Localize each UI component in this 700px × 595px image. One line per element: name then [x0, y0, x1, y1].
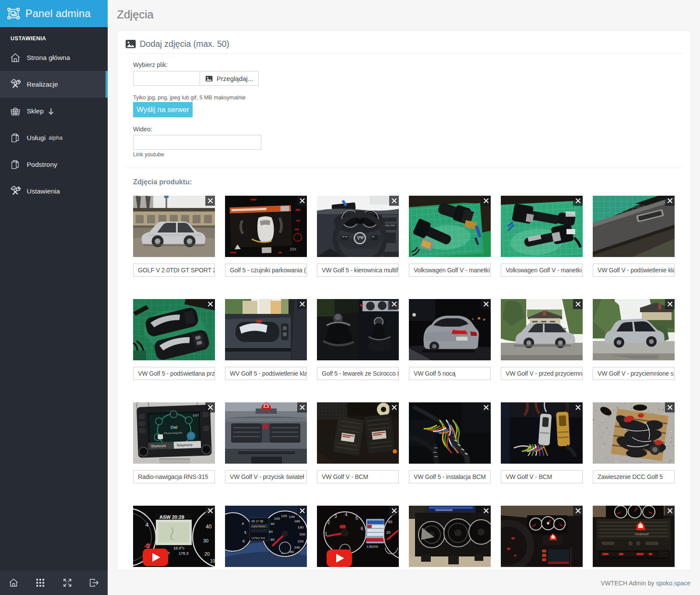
svg-text:137922 563: 137922 563: [251, 537, 265, 539]
svg-text:45 17:38: 45 17:38: [251, 520, 263, 523]
svg-text:240: 240: [294, 546, 300, 549]
svg-text:4: 4: [242, 521, 244, 526]
svg-text:60: 60: [269, 530, 273, 534]
svg-text:3: 3: [334, 514, 337, 519]
svg-text:220: 220: [298, 539, 304, 543]
svg-text:4: 4: [145, 521, 148, 528]
svg-text:Telephone: Telephone: [176, 443, 193, 447]
svg-text:20: 20: [204, 551, 210, 556]
svg-text:80: 80: [271, 538, 274, 542]
svg-text:10: 10: [210, 559, 215, 563]
svg-text:180: 180: [298, 525, 304, 529]
svg-text:ASW 20:28: ASW 20:28: [159, 514, 184, 520]
svg-text:6: 6: [361, 526, 363, 531]
svg-text:Shortcuts: Shortcuts: [151, 444, 166, 448]
svg-text:0:07: 0:07: [193, 414, 199, 417]
svg-text:5: 5: [355, 516, 358, 521]
svg-text:30: 30: [203, 538, 208, 543]
svg-text:2: 2: [327, 520, 330, 525]
svg-text:160: 160: [294, 519, 300, 523]
svg-text:Lane Assist: Lane Assist: [252, 525, 265, 528]
svg-text:178.3: 178.3: [179, 551, 189, 556]
svg-text:Dial: Dial: [170, 425, 177, 430]
svg-text:16.0°c: 16.0°c: [173, 546, 185, 550]
svg-text:6: 6: [243, 539, 245, 543]
svg-text:40: 40: [271, 522, 274, 526]
svg-text:40: 40: [206, 524, 212, 530]
svg-text:20: 20: [386, 530, 390, 535]
svg-text:5: 5: [244, 530, 246, 535]
svg-text:40: 40: [388, 520, 392, 524]
svg-text:120: 120: [281, 514, 287, 518]
svg-text:136209: 136209: [366, 545, 378, 549]
svg-text:4: 4: [345, 512, 348, 517]
svg-text:140: 140: [289, 515, 295, 519]
svg-text:22s: 22s: [290, 247, 296, 251]
svg-text:100: 100: [274, 517, 280, 521]
svg-text:PASSENGER: PASSENGER: [635, 533, 649, 535]
svg-text:200: 200: [299, 532, 306, 536]
